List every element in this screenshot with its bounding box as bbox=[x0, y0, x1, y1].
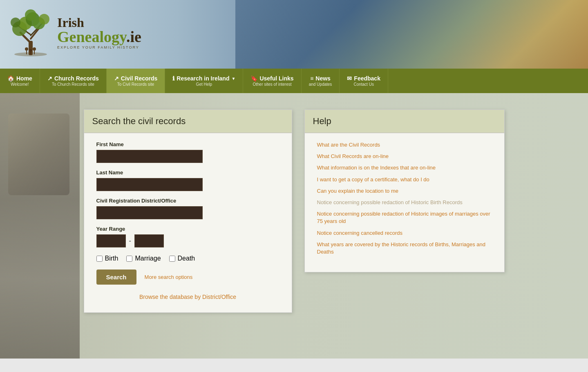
home-icon: 🏠 bbox=[7, 75, 14, 82]
main-nav: 🏠 Home Welcome! ↗ Church Records To Chur… bbox=[0, 69, 588, 93]
external-link-icon-2: ↗ bbox=[114, 75, 119, 82]
help-panel-header: Help bbox=[305, 110, 504, 133]
content-row: Search the civil records First Name Last… bbox=[12, 105, 576, 313]
browse-database-link[interactable]: Browse the database by District/Office bbox=[96, 294, 279, 300]
nav-civil-records[interactable]: ↗ Civil Records To Civil Records site bbox=[107, 69, 165, 93]
first-name-input[interactable] bbox=[96, 150, 203, 163]
marriage-checkbox[interactable] bbox=[126, 256, 132, 262]
search-button[interactable]: Search bbox=[96, 270, 136, 285]
bookmark-icon: 🔖 bbox=[250, 75, 257, 82]
nav-home[interactable]: 🏠 Home Welcome! bbox=[0, 69, 40, 93]
chevron-down-icon: ▼ bbox=[231, 76, 235, 81]
birth-checkbox[interactable] bbox=[96, 256, 103, 262]
help-link-8[interactable]: What years are covered by the Historic r… bbox=[317, 241, 492, 256]
search-actions: Search More search options bbox=[96, 270, 279, 285]
help-link-1[interactable]: What Civil Records are on-line bbox=[317, 153, 492, 160]
svg-point-13 bbox=[25, 47, 28, 51]
last-name-input[interactable] bbox=[96, 178, 203, 191]
last-name-label: Last Name bbox=[96, 169, 279, 176]
help-link-4[interactable]: Can you explain the location to me bbox=[317, 187, 492, 195]
help-link-3[interactable]: I want to get a copy of a certificate, w… bbox=[317, 176, 492, 183]
birth-label: Birth bbox=[105, 255, 118, 262]
nav-news[interactable]: ≡ News and Updates bbox=[302, 69, 340, 93]
help-link-2[interactable]: What information is on the Indexes that … bbox=[317, 164, 492, 172]
svg-point-10 bbox=[39, 14, 49, 25]
help-link-0[interactable]: What are the Civil Records bbox=[317, 141, 492, 149]
year-separator: - bbox=[129, 237, 131, 245]
search-panel-body: First Name Last Name Civil Registration … bbox=[84, 133, 292, 312]
search-panel: Search the civil records First Name Last… bbox=[84, 109, 292, 313]
district-input[interactable] bbox=[96, 206, 203, 219]
help-panel: Help What are the Civil Records What Civ… bbox=[304, 109, 505, 272]
search-panel-header: Search the civil records bbox=[84, 110, 292, 133]
marriage-checkbox-item[interactable]: Marriage bbox=[126, 255, 161, 262]
logo-irish: Irish bbox=[57, 16, 141, 29]
site-header: Irish Genealogy.ie EXPLORE YOUR FAMILY H… bbox=[0, 0, 588, 69]
logo-area[interactable]: Irish Genealogy.ie EXPLORE YOUR FAMILY H… bbox=[8, 6, 141, 59]
menu-icon: ≡ bbox=[310, 75, 313, 82]
year-range-container: - bbox=[96, 234, 279, 247]
record-type-checkboxes: Birth Marriage Death bbox=[96, 255, 279, 262]
external-link-icon: ↗ bbox=[47, 75, 52, 82]
help-link-6[interactable]: Notice concerning possible redaction of … bbox=[317, 210, 492, 225]
year-range-label: Year Range bbox=[96, 226, 279, 232]
first-name-label: First Name bbox=[96, 141, 279, 147]
svg-point-15 bbox=[33, 47, 36, 51]
logo-genealogy: Genealogy.ie bbox=[57, 29, 141, 45]
birth-checkbox-item[interactable]: Birth bbox=[96, 255, 118, 262]
svg-point-14 bbox=[29, 49, 32, 51]
nav-church-records[interactable]: ↗ Church Records To Church Records site bbox=[40, 69, 107, 93]
help-link-7[interactable]: Notice concerning cancelled records bbox=[317, 229, 492, 237]
more-search-options-link[interactable]: More search options bbox=[145, 274, 193, 280]
nav-useful-links[interactable]: 🔖 Useful Links Other sites of interest bbox=[243, 69, 301, 93]
svg-point-11 bbox=[11, 18, 20, 27]
nav-feedback[interactable]: ✉ Feedback Contact Us bbox=[340, 69, 388, 93]
marriage-label: Marriage bbox=[135, 255, 161, 262]
header-background bbox=[235, 0, 588, 69]
help-link-5[interactable]: Notice concerning possible redaction of … bbox=[317, 199, 492, 206]
envelope-icon: ✉ bbox=[347, 75, 352, 82]
svg-point-12 bbox=[25, 9, 36, 21]
main-content: Search the civil records First Name Last… bbox=[0, 93, 588, 359]
death-checkbox[interactable] bbox=[169, 256, 175, 262]
logo-tagline: EXPLORE YOUR FAMILY HISTORY bbox=[57, 45, 141, 49]
info-icon: ℹ bbox=[172, 75, 174, 82]
year-from-input[interactable] bbox=[96, 234, 126, 247]
death-checkbox-item[interactable]: Death bbox=[169, 255, 195, 262]
help-panel-body: What are the Civil Records What Civil Re… bbox=[305, 133, 504, 272]
nav-research-ireland[interactable]: ℹ Research in Ireland ▼ Get Help bbox=[165, 69, 243, 93]
year-to-input[interactable] bbox=[134, 234, 164, 247]
logo-tree-icon bbox=[8, 6, 53, 59]
district-label: Civil Registration District/Office bbox=[96, 198, 279, 204]
death-label: Death bbox=[178, 255, 195, 262]
logo-text: Irish Genealogy.ie EXPLORE YOUR FAMILY H… bbox=[57, 16, 141, 49]
